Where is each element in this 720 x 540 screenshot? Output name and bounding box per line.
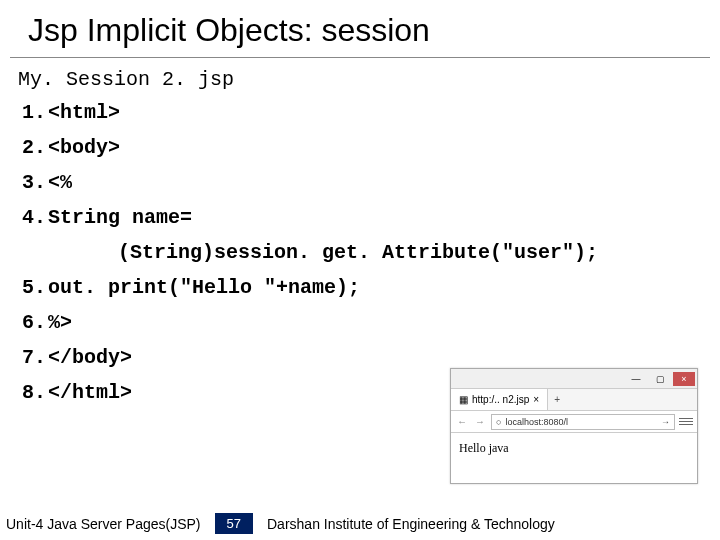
code-line: 5. out. print("Hello "+name);	[18, 270, 702, 305]
tab-close-icon[interactable]: ×	[533, 394, 539, 405]
line-number: 8.	[18, 381, 48, 404]
browser-viewport: Hello java	[451, 433, 697, 464]
code-line: 1. <html>	[18, 95, 702, 130]
browser-toolbar: ← → ○ localhost:8080/l →	[451, 411, 697, 433]
line-code: </body>	[48, 346, 702, 369]
line-number: 7.	[18, 346, 48, 369]
code-line: 6. %>	[18, 305, 702, 340]
address-bar[interactable]: ○ localhost:8080/l →	[491, 414, 675, 430]
page-output-text: Hello java	[459, 441, 509, 455]
slide-footer: Unit-4 Java Server Pages(JSP) 57 Darshan…	[0, 513, 720, 534]
menu-icon[interactable]	[679, 415, 693, 429]
line-code: %>	[48, 311, 702, 334]
window-close-button[interactable]: ×	[673, 372, 695, 386]
line-number: 1.	[18, 101, 48, 124]
line-number: 4.	[18, 206, 48, 229]
page-icon: ▦	[459, 394, 468, 405]
window-titlebar: — ▢ ×	[451, 369, 697, 389]
line-number: 2.	[18, 136, 48, 159]
line-code: (String)session. get. Attribute("user");	[48, 241, 702, 264]
browser-window: — ▢ × ▦ http:/.. n2.jsp × + ← → ○ localh…	[450, 368, 698, 484]
line-number: 3.	[18, 171, 48, 194]
new-tab-button[interactable]: +	[548, 394, 566, 405]
forward-button[interactable]: →	[473, 415, 487, 429]
line-number: 5.	[18, 276, 48, 299]
footer-left-text: Unit-4 Java Server Pages(JSP)	[6, 516, 201, 532]
slide-content: My. Session 2. jsp 1. <html> 2. <body> 3…	[0, 58, 720, 410]
line-number	[18, 241, 48, 264]
code-line: 2. <body>	[18, 130, 702, 165]
line-number: 6.	[18, 311, 48, 334]
page-number: 57	[215, 513, 253, 534]
back-button[interactable]: ←	[455, 415, 469, 429]
line-code: String name=	[48, 206, 702, 229]
line-code: <body>	[48, 136, 702, 159]
go-icon[interactable]: →	[661, 417, 670, 427]
browser-tab[interactable]: ▦ http:/.. n2.jsp ×	[451, 389, 548, 410]
code-line: (String)session. get. Attribute("user");	[18, 235, 702, 270]
url-text: localhost:8080/l	[505, 417, 568, 427]
globe-icon: ○	[496, 417, 501, 427]
code-line: 4. String name=	[18, 200, 702, 235]
line-code: <%	[48, 171, 702, 194]
code-line: 3. <%	[18, 165, 702, 200]
browser-tabstrip: ▦ http:/.. n2.jsp × +	[451, 389, 697, 411]
line-code: <html>	[48, 101, 702, 124]
filename-label: My. Session 2. jsp	[18, 68, 702, 91]
footer-right-text: Darshan Institute of Engineering & Techn…	[267, 516, 555, 532]
slide-title: Jsp Implicit Objects: session	[10, 0, 710, 58]
window-minimize-button[interactable]: —	[625, 372, 647, 386]
window-maximize-button[interactable]: ▢	[649, 372, 671, 386]
tab-label: http:/.. n2.jsp	[472, 394, 529, 405]
line-code: out. print("Hello "+name);	[48, 276, 702, 299]
